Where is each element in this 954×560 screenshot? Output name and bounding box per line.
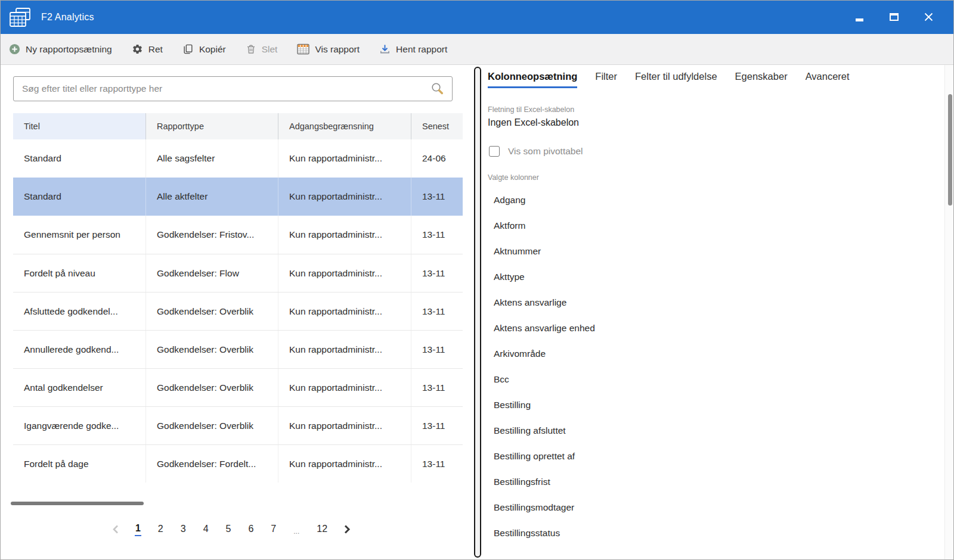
table-row[interactable]: Igangværende godke...Godkendelser: Overb… xyxy=(13,406,463,444)
column-list-item-bestillingsmodtager[interactable]: Bestillingsmodtager xyxy=(488,494,944,520)
close-icon xyxy=(924,13,933,21)
vertical-scrollbar-thumb[interactable] xyxy=(948,94,952,206)
column-list-item-bestilling-afsluttet[interactable]: Bestilling afsluttet xyxy=(488,418,944,443)
cell-adgangsbegraensning: Kun rapportadministr... xyxy=(278,331,411,368)
table-row[interactable]: Fordelt på dageGodkendelser: Fordelt...K… xyxy=(13,444,463,483)
tab-felter-til-udfyldelse[interactable]: Felter til udfyldelse xyxy=(635,71,717,88)
cell-adgangsbegraensning: Kun rapportadministr... xyxy=(278,139,411,178)
cell-rapporttype: Godkendelser: Overblik xyxy=(146,331,278,368)
close-button[interactable] xyxy=(911,0,946,34)
maximize-button[interactable] xyxy=(876,0,911,34)
cell-senest: 13-11 xyxy=(411,178,463,216)
cell-titel: Antal godkendelser xyxy=(13,369,146,406)
panel-splitter-handle[interactable] xyxy=(474,67,481,558)
column-list-item-aktnummer[interactable]: Aktnummer xyxy=(488,238,944,264)
table-row[interactable]: Antal godkendelserGodkendelser: Overblik… xyxy=(13,368,463,406)
column-header-senest[interactable]: Senest xyxy=(411,113,463,139)
column-list-item-bestilling-oprettet-af[interactable]: Bestilling oprettet af xyxy=(488,443,944,469)
table-row-selected[interactable]: StandardAlle aktfelterKun rapportadminis… xyxy=(13,178,463,216)
cell-senest: 13-11 xyxy=(411,293,463,330)
toolbar-button-label: Hent rapport xyxy=(396,44,447,55)
pagination: 1234567...12 xyxy=(0,519,463,539)
cell-rapporttype: Godkendelser: Overblik xyxy=(146,369,278,406)
cell-rapporttype: Godkendelser: Overblik xyxy=(146,293,278,330)
cell-adgangsbegraensning: Kun rapportadministr... xyxy=(278,254,411,292)
table-row[interactable]: Fordelt på niveauGodkendelser: FlowKun r… xyxy=(13,254,463,292)
cell-senest: 24-06 xyxy=(411,139,463,178)
search-icon[interactable] xyxy=(429,81,445,97)
tab-filter[interactable]: Filter xyxy=(595,71,617,88)
column-list-item-aktform[interactable]: Aktform xyxy=(488,213,944,238)
toolbar-button-slet: Slet xyxy=(246,44,278,55)
selected-columns-label: Valgte kolonner xyxy=(488,173,539,182)
column-list-item-aktens-ansvarlige[interactable]: Aktens ansvarlige xyxy=(488,290,944,315)
trash-icon xyxy=(246,44,256,55)
cell-titel: Fordelt på dage xyxy=(13,445,146,483)
toolbar-button-label: Ret xyxy=(148,44,163,55)
column-header-adgangsbegr-nsning[interactable]: Adgangsbegrænsning xyxy=(278,113,411,139)
cell-rapporttype: Alle sagsfelter xyxy=(146,139,278,178)
titlebar: F2 Analytics xyxy=(0,0,954,34)
tab-kolonneops-tning[interactable]: Kolonneopsætning xyxy=(488,71,577,88)
pagination-page-12[interactable]: 12 xyxy=(316,522,328,536)
cell-adgangsbegraensning: Kun rapportadministr... xyxy=(278,293,411,330)
table-row[interactable]: Gennemsnit per personGodkendelser: Frist… xyxy=(13,216,463,254)
pagination-page-1[interactable]: 1 xyxy=(135,522,141,536)
pagination-page-6[interactable]: 6 xyxy=(247,522,254,536)
add-circle-icon xyxy=(9,43,20,55)
column-list-item-arkivomr-de[interactable]: Arkivområde xyxy=(488,341,944,366)
pagination-page-3[interactable]: 3 xyxy=(180,522,187,536)
table-row[interactable]: Afsluttede godkendel...Godkendelser: Ove… xyxy=(13,292,463,330)
column-list-item-bcc[interactable]: Bcc xyxy=(488,366,944,392)
search-input[interactable] xyxy=(14,83,429,94)
column-list-item-akttype[interactable]: Akttype xyxy=(488,264,944,290)
selected-columns-list: AdgangAktformAktnummerAkttypeAktens ansv… xyxy=(488,187,944,546)
pagination-page-7[interactable]: 7 xyxy=(270,522,277,536)
report-settings-panel: KolonneopsætningFilterFelter til udfylde… xyxy=(488,65,944,560)
toolbar-button-vis-rapport[interactable]: Vis rapport xyxy=(297,43,360,55)
toolbar-button-hent-rapport[interactable]: Hent rapport xyxy=(379,43,447,55)
table-row[interactable]: Annullerede godkend...Godkendelser: Over… xyxy=(13,330,463,368)
search-box xyxy=(13,76,453,101)
gear-icon xyxy=(132,43,143,55)
cell-titel: Standard xyxy=(13,178,146,216)
column-header-rapporttype[interactable]: Rapporttype xyxy=(146,113,278,139)
cell-rapporttype: Alle aktfelter xyxy=(146,178,278,216)
pagination-page-5[interactable]: 5 xyxy=(225,522,232,536)
toolbar-button-ret[interactable]: Ret xyxy=(132,43,163,55)
minimize-button[interactable] xyxy=(842,0,876,34)
pagination-page-2[interactable]: 2 xyxy=(157,522,164,536)
cell-senest: 13-11 xyxy=(411,445,463,483)
cell-adgangsbegraensning: Kun rapportadministr... xyxy=(278,407,411,444)
toolbar-button-label: Slet xyxy=(262,44,278,55)
tab-avanceret[interactable]: Avanceret xyxy=(806,71,850,88)
column-list-item-adgang[interactable]: Adgang xyxy=(488,187,944,213)
cell-senest: 13-11 xyxy=(411,216,463,254)
cell-senest: 13-11 xyxy=(411,254,463,292)
cell-titel: Standard xyxy=(13,139,146,178)
pagination-ellipsis: ... xyxy=(293,526,300,539)
pagination-next-button[interactable] xyxy=(344,524,351,534)
table-row[interactable]: StandardAlle sagsfelterKun rapportadmini… xyxy=(13,139,463,178)
column-list-item-bestillingsstatus[interactable]: Bestillingsstatus xyxy=(488,520,944,546)
toolbar-button-kopi-r[interactable]: Kopiér xyxy=(182,43,226,55)
column-header-titel[interactable]: Titel xyxy=(13,113,146,139)
tab-egenskaber[interactable]: Egenskaber xyxy=(735,71,788,88)
column-list-item-bestillingsfrist[interactable]: Bestillingsfrist xyxy=(488,469,944,494)
horizontal-scrollbar-thumb[interactable] xyxy=(11,502,144,505)
table-report-icon xyxy=(297,43,309,55)
cell-senest: 13-11 xyxy=(411,407,463,444)
column-list-item-bestilling[interactable]: Bestilling xyxy=(488,392,944,418)
toolbar-button-ny-rapportops-tning[interactable]: Ny rapportopsætning xyxy=(9,43,112,55)
column-list-item-aktens-ansvarlige-enhed[interactable]: Aktens ansvarlige enhed xyxy=(488,315,944,341)
cell-senest: 13-11 xyxy=(411,331,463,368)
excel-template-value: Ingen Excel-skabelon xyxy=(488,117,579,128)
cell-adgangsbegraensning: Kun rapportadministr... xyxy=(278,445,411,483)
pagination-page-4[interactable]: 4 xyxy=(203,522,209,536)
toolbar-button-label: Vis rapport xyxy=(315,44,360,55)
cell-rapporttype: Godkendelser: Fordelt... xyxy=(146,445,278,483)
cell-adgangsbegraensning: Kun rapportadministr... xyxy=(278,178,411,216)
pivot-checkbox[interactable] xyxy=(489,146,500,157)
cell-adgangsbegraensning: Kun rapportadministr... xyxy=(278,369,411,406)
minimize-icon xyxy=(856,18,863,21)
